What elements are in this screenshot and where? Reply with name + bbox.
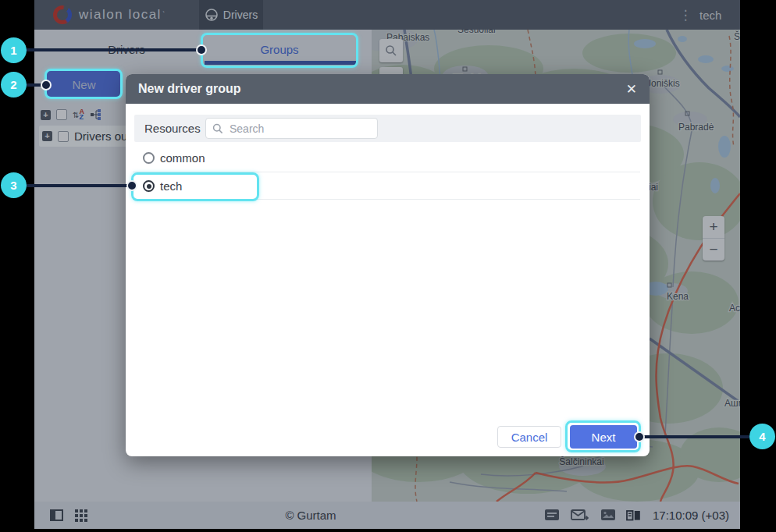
resource-search <box>205 118 378 139</box>
search-input[interactable] <box>228 122 371 136</box>
driver-icon <box>205 8 219 22</box>
callout-dot-4 <box>634 431 645 442</box>
map-label: Kena <box>667 291 689 302</box>
app-tab-label: Drivers <box>223 9 258 21</box>
callout-line-4 <box>639 435 750 438</box>
list-toolbar: + A⇅Z <box>41 106 102 123</box>
expand-row-icon[interactable]: + <box>42 131 52 141</box>
highlight-ring-groups <box>201 33 358 68</box>
reports-icon[interactable] <box>545 502 561 529</box>
map-label: Joniškis <box>646 78 680 89</box>
map-label: Šv <box>734 30 740 42</box>
radio-unselected[interactable] <box>143 152 155 164</box>
search-icon <box>212 123 223 134</box>
copyright: © Gurtam <box>233 502 389 529</box>
row-checkbox[interactable] <box>58 131 69 142</box>
group-tree-icon[interactable] <box>90 108 102 121</box>
callout-dot-1 <box>196 44 207 55</box>
search-icon <box>385 44 397 57</box>
zoom-out-button[interactable]: − <box>703 239 724 261</box>
callout-badge-2: 2 <box>1 72 27 98</box>
resources-row: Resources <box>134 115 641 142</box>
map-label: Šalčininkai <box>559 456 603 467</box>
map-label: Šešuoliai <box>457 30 496 35</box>
map-label: Pabradė <box>678 122 714 133</box>
row-label: Drivers out <box>74 129 131 143</box>
callout-dot-3 <box>126 180 137 191</box>
dialog-title: New driver group <box>138 82 626 96</box>
kebab-menu-icon[interactable]: ⋮ <box>676 0 695 30</box>
tab-drivers-app[interactable]: Drivers <box>199 0 263 30</box>
cancel-button[interactable]: Cancel <box>497 426 561 448</box>
callout-badge-1: 1 <box>1 37 27 63</box>
messages-icon[interactable] <box>571 502 589 529</box>
map-label: Ашм <box>724 398 740 409</box>
callout-badge-4: 4 <box>749 424 775 449</box>
sort-az-icon[interactable]: A⇅Z <box>73 109 84 120</box>
map-label: Ac <box>729 303 740 314</box>
highlight-ring-tech <box>131 172 259 201</box>
option-label: common <box>160 151 205 165</box>
gallery-icon[interactable] <box>601 502 616 529</box>
bottom-bar: © Gurtam 17:10:09 (+03) <box>34 502 740 529</box>
callout-badge-3: 3 <box>1 172 27 198</box>
highlight-ring-new <box>44 69 123 99</box>
clock: 17:10:09 (+03) <box>653 502 729 529</box>
toggle-panel-icon[interactable] <box>50 502 64 529</box>
dialog-header: New driver group ✕ <box>126 74 650 104</box>
callout-line-1 <box>26 48 202 51</box>
top-bar: wialon localˋ Drivers ⋮ tech <box>34 0 740 30</box>
logo-text: wialon localˋ <box>79 0 166 30</box>
close-icon[interactable]: ✕ <box>626 81 637 98</box>
apps-grid-icon[interactable] <box>75 502 87 529</box>
map-zoom-control: + − <box>703 216 724 261</box>
resource-option-common[interactable]: common <box>126 143 650 172</box>
zoom-in-button[interactable]: + <box>703 216 724 238</box>
layout-split-icon[interactable] <box>626 502 641 529</box>
screenshot-root: wialon localˋ Drivers ⋮ tech Drivers Gro… <box>0 0 776 532</box>
user-menu[interactable]: tech <box>699 0 721 30</box>
resources-label: Resources <box>144 115 201 142</box>
wialon-logo-icon <box>53 5 72 24</box>
callout-dot-2 <box>41 80 52 90</box>
map-search-button[interactable] <box>379 39 403 62</box>
expand-all-icon[interactable]: + <box>41 110 51 120</box>
map-label: iai <box>649 182 658 193</box>
highlight-ring-next <box>565 420 641 452</box>
callout-line-3 <box>26 184 133 187</box>
new-driver-group-dialog: New driver group ✕ Resources common tech… <box>126 74 650 456</box>
select-all-checkbox[interactable] <box>56 109 67 120</box>
